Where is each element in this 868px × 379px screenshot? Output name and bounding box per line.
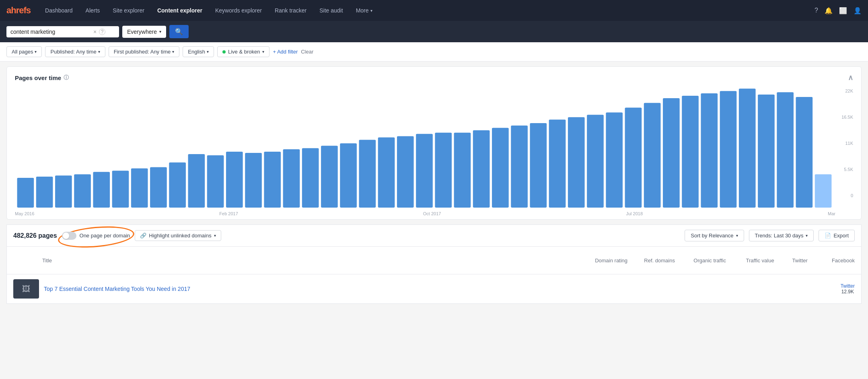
- svg-rect-41: [796, 97, 813, 208]
- x-label-feb2017: Feb 2017: [219, 211, 238, 216]
- language-filter[interactable]: English ▾: [183, 46, 214, 57]
- th-traffic-value: Traffic value: [736, 257, 784, 264]
- live-broken-filter[interactable]: Live & broken ▾: [217, 46, 270, 57]
- search-clear-icon[interactable]: ×: [93, 29, 97, 35]
- svg-rect-22: [435, 133, 452, 208]
- svg-rect-40: [777, 92, 794, 208]
- x-label-jul2018: Jul 2018: [626, 211, 643, 216]
- published-filter[interactable]: Published: Any time ▾: [45, 46, 105, 57]
- user-icon[interactable]: 👤: [854, 7, 862, 14]
- live-indicator-dot: [222, 50, 226, 54]
- svg-rect-38: [739, 89, 756, 208]
- one-per-domain-toggle[interactable]: [62, 232, 76, 240]
- th-title: Title: [13, 251, 587, 270]
- svg-rect-5: [112, 171, 129, 208]
- th-organic-traffic: Organic traffic: [684, 257, 736, 264]
- nav-rank-tracker[interactable]: Rank tracker: [270, 4, 311, 17]
- row-twitter: Twitter 12.9K: [841, 283, 855, 295]
- th-domain-rating: Domain rating: [587, 257, 636, 264]
- svg-rect-6: [131, 168, 148, 208]
- svg-rect-2: [55, 175, 72, 208]
- all-pages-filter[interactable]: All pages ▾: [6, 46, 42, 57]
- chevron-down-icon: ▾: [370, 8, 372, 13]
- chart-title-text: Pages over time: [15, 74, 61, 81]
- svg-rect-14: [283, 149, 300, 208]
- sort-button[interactable]: Sort by Relevance ▾: [685, 230, 744, 241]
- chevron-down-icon: ▾: [98, 49, 100, 54]
- nav-dashboard[interactable]: Dashboard: [40, 4, 78, 17]
- chevron-down-icon: ▾: [806, 233, 808, 238]
- one-per-domain-toggle-wrap: One page per domain: [62, 232, 130, 240]
- export-icon: 📄: [825, 233, 831, 239]
- export-button[interactable]: 📄 Export: [819, 230, 855, 241]
- y-label-11k: 11K: [835, 141, 853, 146]
- svg-rect-29: [568, 117, 585, 208]
- svg-rect-8: [169, 163, 186, 208]
- svg-rect-3: [74, 174, 91, 208]
- svg-rect-26: [511, 126, 528, 208]
- chart-info-icon[interactable]: ⓘ: [64, 74, 69, 81]
- clear-filters-button[interactable]: Clear: [301, 49, 313, 55]
- chart-area: 22K 16.5K 11K 5.5K 0 May 2016 Feb 2017 O…: [15, 87, 853, 216]
- chevron-down-icon: ▾: [262, 49, 264, 54]
- svg-rect-20: [397, 136, 414, 208]
- scope-selector[interactable]: Everywhere ▾: [122, 26, 166, 38]
- svg-rect-28: [549, 119, 566, 208]
- th-ref-domains: Ref. domains: [636, 257, 684, 264]
- svg-rect-42: [815, 174, 832, 208]
- svg-rect-18: [359, 140, 376, 208]
- twitter-value: 12.9K: [841, 289, 854, 295]
- th-facebook: Facebook: [832, 257, 855, 264]
- trends-button[interactable]: Trends: Last 30 days ▾: [749, 230, 814, 241]
- help-icon[interactable]: ?: [815, 7, 818, 14]
- nav-site-audit[interactable]: Site audit: [315, 4, 348, 17]
- x-label-may2016: May 2016: [15, 211, 34, 216]
- y-label-5k: 5.5K: [835, 167, 853, 172]
- window-icon[interactable]: ⬜: [839, 7, 847, 14]
- svg-rect-7: [150, 167, 167, 208]
- svg-rect-23: [454, 133, 471, 208]
- nav-content-explorer[interactable]: Content explorer: [152, 4, 207, 17]
- svg-rect-36: [701, 93, 718, 208]
- svg-rect-37: [720, 91, 737, 208]
- top-navigation: ahrefs Dashboard Alerts Site explorer Co…: [0, 0, 868, 21]
- link-icon: 🔗: [140, 233, 146, 239]
- twitter-label: Twitter: [841, 283, 855, 289]
- bell-icon[interactable]: 🔔: [825, 7, 833, 14]
- chart-x-axis: May 2016 Feb 2017 Oct 2017 Jul 2018 Mar: [15, 210, 853, 216]
- first-published-filter[interactable]: First published: Any time ▾: [109, 46, 180, 57]
- svg-rect-25: [492, 128, 509, 208]
- toggle-knob: [63, 233, 69, 239]
- svg-rect-33: [644, 103, 661, 208]
- nav-icons: ? 🔔 ⬜ 👤: [815, 7, 862, 14]
- th-twitter: Twitter: [792, 257, 808, 264]
- chart-collapse-button[interactable]: ∧: [848, 73, 853, 82]
- svg-rect-30: [587, 115, 604, 208]
- search-bar: × ? Everywhere ▾ 🔍: [0, 21, 868, 42]
- add-filter-button[interactable]: + Add filter: [273, 49, 298, 55]
- chevron-down-icon: ▾: [35, 49, 37, 54]
- pages-over-time-chart: Pages over time ⓘ ∧ 22K 16.5K 11K 5.5K 0…: [6, 66, 862, 220]
- nav-more[interactable]: More ▾: [351, 4, 377, 17]
- x-label-mar: Mar: [828, 211, 835, 216]
- search-input[interactable]: [10, 29, 91, 35]
- th-social: Twitter Facebook: [792, 257, 855, 264]
- nav-alerts[interactable]: Alerts: [81, 4, 105, 17]
- nav-keywords-explorer[interactable]: Keywords explorer: [210, 4, 267, 17]
- svg-rect-17: [340, 143, 357, 208]
- results-bar: 482,826 pages One page per domain 🔗 High…: [6, 225, 862, 246]
- row-title-link[interactable]: Top 7 Essential Content Marketing Tools …: [44, 286, 190, 292]
- filter-bar: All pages ▾ Published: Any time ▾ First …: [0, 42, 868, 62]
- y-label-22k: 22K: [835, 89, 853, 93]
- row-title-wrap: Top 7 Essential Content Marketing Tools …: [44, 286, 636, 292]
- svg-rect-19: [378, 138, 395, 208]
- nav-site-explorer[interactable]: Site explorer: [108, 4, 149, 17]
- highlight-unlinked-button[interactable]: 🔗 Highlight unlinked domains ▾: [135, 230, 221, 241]
- search-help-icon[interactable]: ?: [99, 29, 105, 35]
- search-button[interactable]: 🔍: [169, 25, 189, 38]
- results-count: 482,826 pages: [13, 232, 57, 239]
- chevron-down-icon: ▾: [159, 29, 161, 34]
- svg-rect-0: [17, 178, 34, 208]
- svg-rect-9: [188, 154, 205, 208]
- logo[interactable]: ahrefs: [6, 5, 31, 16]
